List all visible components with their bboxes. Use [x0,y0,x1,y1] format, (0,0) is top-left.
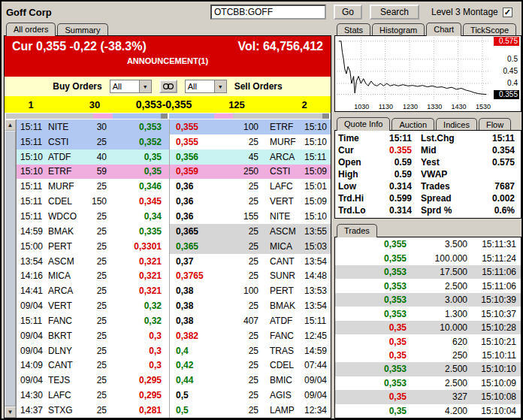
ask-mpid: ASCM [263,224,299,239]
volume: Vol: 64,756,412 [237,40,323,53]
tab-quote-info[interactable]: Quote Info [337,117,390,131]
quote-info-grid: Time15:11Lst.Chg15:11Cur0.355Mid0.354Ope… [334,130,521,219]
x-axis-label: 1230 [403,103,418,110]
bid-size: 25 [83,298,113,313]
bid-mpid: CSTI [47,134,83,150]
order-book-row[interactable]: 15:11FANC250,320,38407ATDF15:11 [17,313,331,328]
book-scrollbar[interactable]: ▲ ▼ [5,119,17,418]
order-book-row[interactable]: 14:37STXG250,2810,525LAMP12:34 [17,403,331,418]
order-book-row[interactable]: 14:16MICA250,3210,376525SUNR14:48 [17,268,331,283]
order-book-row[interactable]: 09/04DLNY250,30,425TRAS14:59 [17,343,331,358]
order-book-row[interactable]: 15:11CDEL1500,3450,3625VERT15:09 [17,194,331,209]
bid-price: 0,346 [113,179,169,194]
order-book-row[interactable]: 15:10ATDF400,350,35645ARCA15:11 [17,150,331,165]
level3-montage-checkbox[interactable]: ✓ [503,8,512,17]
quote-label: Trd.Lo [338,205,374,216]
order-book-row[interactable]: 13:54ASCM250,3210,3725CANT13:54 [17,254,331,269]
bid-time: 14:09 [17,358,47,373]
ask-size: 100 [225,119,263,134]
scroll-up-icon[interactable]: ▲ [5,119,16,131]
ask-price: 0,3765 [169,268,225,283]
search-button[interactable]: Search [370,5,419,20]
order-book-row[interactable]: 15:10ETRF590,350,359250CSTI15:09 [17,165,331,180]
trades-list: 0,3553.50015:11:310,355100.00015:11:240,… [334,237,521,418]
announcement-link[interactable]: ANNOUNCEMENT(1) [5,56,331,65]
tab-auction[interactable]: Auction [391,118,434,131]
ask-price: 0,359 [169,165,225,180]
bid-size: 25 [83,179,113,194]
tab-histogram[interactable]: Histogram [372,23,425,36]
order-filter-row: Buy Orders All ▼ All ▼ Sell Orders [5,77,331,96]
trade-price: 0,353 [335,281,407,292]
depth-segment [322,113,329,119]
tab-chart[interactable]: Chart [426,23,461,36]
bid-time: 15:11 [17,179,47,194]
y-axis-label: 0.4 [506,79,519,88]
link-views-button[interactable] [159,80,177,93]
bid-price: 0,321 [113,268,169,283]
trade-price: 0,35 [335,350,407,361]
order-book-row[interactable]: 09/04TEJS250,2950,4425BMIC09/04 [17,373,331,388]
x-axis-label: 1430 [452,103,467,110]
quote-label: Open [338,157,374,168]
tab-flow[interactable]: Flow [479,118,511,131]
ask-size: 25 [225,298,263,313]
best-bid-ask-summary: 1 30 0,353-0,355 125 2 [5,96,331,113]
ask-size: 25 [225,254,263,269]
bid-mpid: MICA [47,268,83,283]
bid-mpid: PERT [47,239,83,254]
trade-row: 0,35317.50015:11:06 [335,265,521,279]
price-header: Cur 0,355 -0,22 (-38.3%) Vol: 64,756,412… [5,36,331,77]
bid-price: 0,3301 [113,239,169,254]
symbol-input[interactable] [210,5,326,20]
order-book-row[interactable]: 15:11NITE300,3530,355100ETRF15:10 [17,119,331,134]
order-book-row[interactable]: 15:00PERT250,33010,36525MICA15:03 [17,239,331,254]
ask-time: 15:10 [299,134,331,150]
bid-mpid: STXG [47,403,83,418]
ask-time: 07:44 [299,358,331,373]
ask-mpid: CSTI [263,165,299,180]
quote-label: VWAP [421,169,466,180]
tab-summary[interactable]: Summary [57,23,107,36]
ask-size: 25 [225,179,263,194]
ask-time: 09/04 [299,388,331,403]
scroll-down-icon[interactable]: ▼ [5,406,16,418]
order-book-row[interactable]: 14:59BMAK250,3350,36525ASCM13:55 [17,224,331,239]
go-button[interactable]: Go [334,5,362,20]
order-book-row[interactable]: 14:30LAFC250,2950,525AGIS09/04 [17,388,331,403]
bid-price: 0,35 [113,165,169,180]
checkmark-icon: ✓ [504,8,511,17]
bid-price: 0,3 [113,358,169,373]
chevron-down-icon[interactable]: ▼ [139,80,151,92]
order-book-row[interactable]: 09/04VERT250,320,3825BMAK13:54 [17,298,331,313]
ask-time: 09/04 [299,373,331,388]
ask-time: 13:55 [299,224,331,239]
order-book-row[interactable]: 15:11MURF250,3460,3625LAFC15:01 [17,179,331,194]
sell-filter-dropdown[interactable]: All ▼ [185,80,227,93]
ask-time: 15:09 [299,165,331,180]
chevron-down-icon[interactable]: ▼ [214,80,226,92]
scrollbar-thumb[interactable] [5,131,16,406]
order-book-row[interactable]: 14:41ARCA250,3210,38100PERT13:53 [17,283,331,298]
tab-all-orders[interactable]: All orders [6,23,56,36]
trade-price: 0,353 [335,267,407,277]
buy-filter-dropdown[interactable]: All ▼ [110,80,152,93]
order-book-row[interactable]: 09/04BKRT250,30,38225FANC12:45 [17,328,331,343]
order-book-row[interactable]: 15:11WDCO250,340,36155NITE15:10 [17,209,331,224]
quote-label: Trades [421,181,466,192]
ask-mpid: ATDF [263,313,299,328]
ask-size: 25 [225,134,263,150]
trade-row: 0,3562015:10:21 [335,334,521,348]
bid-size: 25 [83,239,113,254]
order-book-row[interactable]: 15:11CSTI250,3520,35525MURF15:10 [17,134,331,150]
trade-row: 0,354.20015:10:04 [335,404,521,418]
bid-ask-spread: 0,353-0,355 [132,98,195,110]
tab-tickscope[interactable]: TickScope [463,23,516,36]
ask-time: 15:11 [299,313,331,328]
ask-time: 15:10 [299,209,331,224]
tab-indices[interactable]: Indices [436,118,477,131]
tab-trades[interactable]: Trades [337,224,377,237]
depth-segment [169,113,214,119]
order-book-row[interactable]: 14:09CANT250,30,4225CDEL07:44 [17,358,331,373]
tab-stats[interactable]: Stats [337,23,370,36]
